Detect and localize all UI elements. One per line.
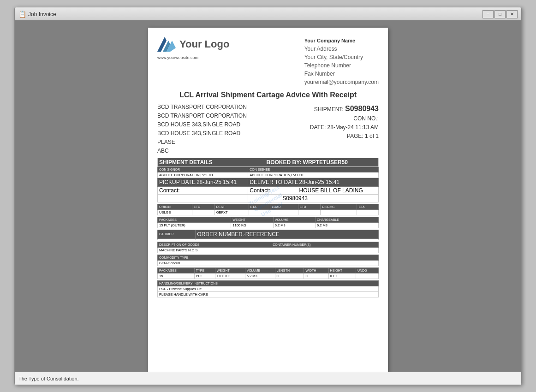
- volume-sum-value: 6.2 M3: [273, 222, 315, 228]
- type-col: TYPE: [194, 267, 215, 273]
- carrier-col: CARRIER: [158, 230, 196, 238]
- volume-row: 6.2 M3: [245, 273, 275, 279]
- address-line-4: PLASE: [157, 138, 247, 147]
- dischg-value: [321, 209, 357, 215]
- doc-website: www.yourwebsite.com: [157, 55, 229, 60]
- chargeable-sum-value: 6.2 M3: [316, 222, 379, 228]
- type-row: PLT: [194, 273, 215, 279]
- order-ref-col: ORDER NUMBER / REFERENCE: [196, 230, 379, 238]
- pkg-col: PACKAGES: [158, 267, 195, 273]
- load-col: LOAD: [270, 204, 298, 209]
- con-no-label: CON NO.:: [353, 115, 379, 122]
- handling-col: HANDLING/DELIVERY INSTRUCTIONS: [158, 280, 379, 286]
- dest-value: GBFXT: [214, 209, 249, 215]
- page-value: 1 of 1: [365, 133, 379, 139]
- main-window: 📋 Job Invoice − □ ✕ File Edit Data Actio…: [14, 7, 522, 385]
- carrier-table: CARRIER ORDER NUMBER / REFERENCE: [157, 230, 379, 240]
- status-bar: The Type of Consolidation.: [15, 372, 521, 385]
- company-email: youremail@yourcompany.com: [304, 78, 379, 86]
- con-signee-header: CON SIGNEE: [248, 166, 379, 172]
- package-summary-table: PACKAGES WEIGHT VOLUME CHARGEABLE 15 PLT…: [157, 217, 379, 228]
- title-bar-controls: − □ ✕: [482, 10, 518, 18]
- window-close-button[interactable]: ✕: [506, 10, 518, 18]
- document-page: Training/Test Commercial Use Only: [148, 28, 388, 377]
- etd-col: ETD: [192, 204, 215, 209]
- doc-logo-section: Your Logo www.yourwebsite.com: [157, 37, 229, 60]
- pkg-row: 15: [158, 273, 195, 279]
- con-signor-value: ABCDEF CORPORATION,Pvt.LTD: [158, 172, 248, 178]
- address-line-0: BCD TRANSPORT CORPORATION: [157, 103, 247, 112]
- title-bar-left: 📋 Job Invoice: [18, 11, 56, 18]
- date-value: 28-May-24 11:13 AM: [328, 124, 379, 131]
- eta-col: ETA: [249, 204, 270, 209]
- load-value: [270, 209, 298, 215]
- document-content: Training/Test Commercial Use Only: [15, 20, 521, 385]
- dest-col: DEST: [214, 204, 249, 209]
- height-col: HEIGHT: [328, 267, 356, 273]
- address-line-3: BCD HOUSE 343,SINGLE ROAD: [157, 129, 247, 138]
- doc-meta-left: BCD TRANSPORT CORPORATION BCD TRANSPORT …: [157, 103, 247, 156]
- route-table: ORIGIN ETD DEST ETA LOAD ETD DISCHG ETA …: [157, 204, 379, 215]
- company-city: Your City, State/Country: [304, 53, 379, 61]
- page-row: PAGE: 1 of 1: [310, 132, 379, 141]
- eta2-value: [357, 209, 379, 215]
- weight-sum-value: 1100 KG: [231, 222, 273, 228]
- doc-header: Your Logo www.yourwebsite.com Your Compa…: [157, 37, 379, 86]
- con-signee-value: ABCDEF CORPORATION,Pvt.LTD: [248, 172, 379, 178]
- doc-title: LCL Arrival Shipment Cartage Advice With…: [157, 91, 379, 99]
- con-signor-header: CON SIGNOR: [158, 166, 248, 172]
- company-logo-icon: [157, 37, 176, 52]
- commodity-table: COMMODITY TYPE GEN-General: [157, 255, 379, 266]
- commodity-value: GEN-General: [158, 260, 379, 266]
- carrier-value: [158, 238, 196, 240]
- chargeable-sum-col: CHARGEABLE: [316, 217, 379, 222]
- contact-left: Contact:: [158, 186, 248, 194]
- container-value: [271, 247, 379, 253]
- goods-col: DESCRIPTION OF GOODS: [158, 242, 271, 247]
- goods-value: MACHINE PARTS N.O.S.: [158, 247, 271, 253]
- volume-col: VOLUME: [245, 267, 275, 273]
- commodity-col: COMMODITY TYPE: [158, 255, 379, 260]
- etd-value: [192, 209, 215, 215]
- pickup-date-header: PICKUP DATE 28-Jun-25 15:41: [158, 178, 248, 186]
- contact-input-left: [158, 194, 248, 202]
- origin-col: ORIGIN: [158, 204, 192, 209]
- main-layout: Document ◄ Cartage Advice Pages Your Log…: [15, 72, 521, 294]
- doc-meta: BCD TRANSPORT CORPORATION BCD TRANSPORT …: [157, 103, 379, 156]
- company-address: Your Address: [304, 45, 379, 53]
- app-icon: 📋: [18, 11, 26, 18]
- address-line-2: BCD HOUSE 343,SINGLE ROAD: [157, 120, 247, 129]
- house-bill-label: HOUSE BILL OF LADING: [299, 187, 363, 194]
- company-name: Your Company Name: [304, 37, 379, 45]
- contact-right: Contact: HOUSE BILL OF LADING: [248, 186, 379, 194]
- packages-sum-col: PACKAGES: [158, 217, 231, 222]
- doc-meta-right: SHIPMENT: S0980943 CON NO.: DATE: 28-May…: [310, 103, 379, 156]
- address-line-1: BCD TRANSPORT CORPORATION: [157, 112, 247, 120]
- handling-value-1: PGL - Premise Supplies Lift: [158, 286, 379, 291]
- etd2-value: [298, 209, 321, 215]
- volume-sum-col: VOLUME: [273, 217, 315, 222]
- container-col: CONTAINER NUMBER(S): [271, 242, 379, 247]
- date-row: DATE: 28-May-24 11:13 AM: [310, 123, 379, 132]
- order-ref-value: [196, 238, 379, 240]
- shipment-label-row: SHIPMENT: S0980943: [310, 103, 379, 115]
- handling-table: HANDLING/DELIVERY INSTRUCTIONS PGL - Pre…: [157, 280, 379, 297]
- status-text: The Type of Consolidation.: [18, 376, 79, 381]
- page-label: PAGE:: [347, 133, 363, 139]
- booked-by: BOOKED BY: WRPTETUSER50: [266, 159, 347, 166]
- undg-row: [356, 273, 378, 279]
- packages-sum-value: 15 PLT (OUTER): [158, 222, 231, 228]
- dischg-col: DISCHG: [321, 204, 357, 209]
- height-row: 0 FT: [328, 273, 356, 279]
- title-bar: 📋 Job Invoice − □ ✕: [15, 7, 521, 21]
- width-row: 0: [304, 273, 328, 279]
- maximize-button[interactable]: □: [494, 10, 506, 18]
- weight-sum-col: WEIGHT: [231, 217, 273, 222]
- minimize-button[interactable]: −: [482, 10, 494, 18]
- shipment-number: S0980943: [345, 105, 379, 113]
- window-title: Job Invoice: [28, 11, 56, 18]
- eta2-col: ETA: [357, 204, 379, 209]
- company-fax: Fax Number: [304, 70, 379, 78]
- contact-input-right: S0980943: [248, 194, 379, 202]
- date-label: DATE:: [310, 124, 326, 131]
